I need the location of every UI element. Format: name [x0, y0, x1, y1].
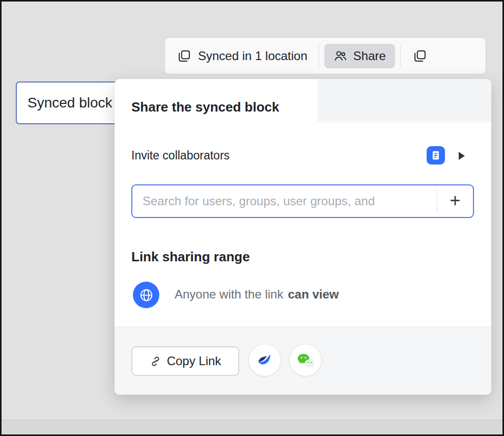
- dialog-footer: Copy Link: [115, 326, 491, 395]
- link-sharing-heading: Link sharing range: [131, 249, 250, 265]
- wechat-share-button[interactable]: [289, 344, 322, 376]
- document-icon[interactable]: [427, 146, 445, 165]
- synced-location-button[interactable]: Synced in 1 location: [171, 49, 314, 63]
- lark-share-button[interactable]: [248, 344, 281, 376]
- share-label: Share: [353, 49, 386, 63]
- dialog-header-background: [317, 79, 491, 122]
- copy-link-button[interactable]: Copy Link: [131, 346, 239, 376]
- link-sharing-prefix: Anyone with the link: [175, 287, 283, 302]
- lark-logo-icon: [256, 351, 274, 369]
- link-sharing-status: Anyone with the link can view: [175, 287, 339, 302]
- link-icon: [150, 356, 161, 367]
- globe-icon[interactable]: [133, 282, 159, 308]
- dialog-title: Share the synced block: [131, 99, 279, 115]
- link-sharing-permission: can view: [288, 287, 339, 302]
- bottom-strip: [2, 420, 502, 434]
- copy-block-button[interactable]: [406, 49, 434, 63]
- collaborator-search-box: +: [131, 184, 474, 218]
- add-collaborator-button[interactable]: +: [437, 185, 473, 217]
- copy-icon: [413, 49, 427, 63]
- synced-block-toolbar: Synced in 1 location Share: [164, 37, 486, 74]
- share-button[interactable]: Share: [324, 44, 395, 68]
- invite-collaborators-label: Invite collaborators: [131, 149, 230, 162]
- copy-link-label: Copy Link: [167, 354, 221, 368]
- wechat-icon: [296, 350, 315, 370]
- synced-blocks-icon: [177, 49, 191, 63]
- share-dialog: Share the synced block Invite collaborat…: [115, 79, 491, 395]
- toolbar-divider: [400, 45, 401, 67]
- synced-block-label: Synced block: [17, 95, 113, 111]
- search-input[interactable]: [132, 185, 437, 217]
- synced-location-label: Synced in 1 location: [198, 49, 307, 63]
- people-icon: [333, 49, 347, 63]
- screen: Synced in 1 location Share: [0, 0, 504, 436]
- toolbar-divider: [319, 45, 319, 67]
- expand-arrow-icon[interactable]: [459, 152, 465, 160]
